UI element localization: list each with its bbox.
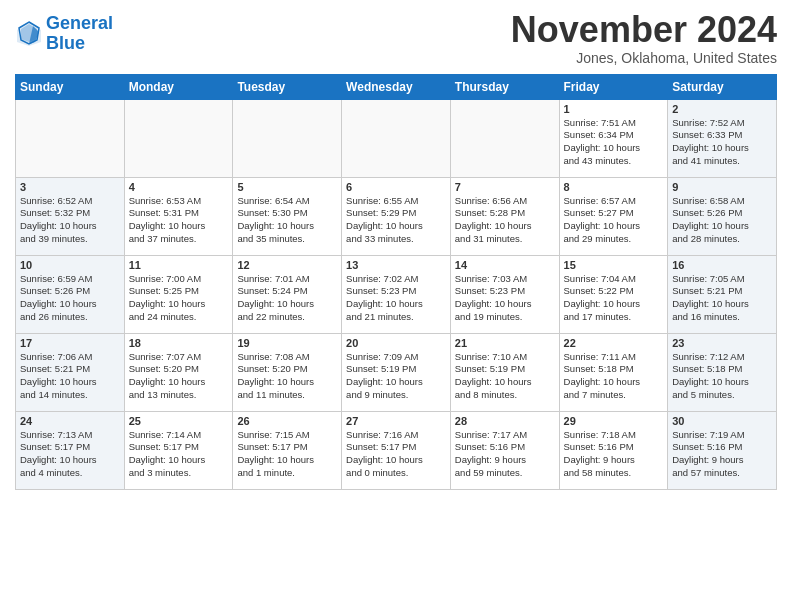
- calendar-cell: 17Sunrise: 7:06 AM Sunset: 5:21 PM Dayli…: [16, 333, 125, 411]
- calendar-cell: 7Sunrise: 6:56 AM Sunset: 5:28 PM Daylig…: [450, 177, 559, 255]
- calendar-cell: 10Sunrise: 6:59 AM Sunset: 5:26 PM Dayli…: [16, 255, 125, 333]
- weekday-header-wednesday: Wednesday: [342, 74, 451, 99]
- calendar-cell: 15Sunrise: 7:04 AM Sunset: 5:22 PM Dayli…: [559, 255, 668, 333]
- day-info: Sunrise: 7:03 AM Sunset: 5:23 PM Dayligh…: [455, 273, 555, 324]
- calendar-cell: 19Sunrise: 7:08 AM Sunset: 5:20 PM Dayli…: [233, 333, 342, 411]
- calendar-week-row: 10Sunrise: 6:59 AM Sunset: 5:26 PM Dayli…: [16, 255, 777, 333]
- weekday-header-friday: Friday: [559, 74, 668, 99]
- logo-line2: Blue: [46, 33, 85, 53]
- calendar-cell: 22Sunrise: 7:11 AM Sunset: 5:18 PM Dayli…: [559, 333, 668, 411]
- calendar-cell: 8Sunrise: 6:57 AM Sunset: 5:27 PM Daylig…: [559, 177, 668, 255]
- day-number: 1: [564, 103, 664, 115]
- calendar-week-row: 24Sunrise: 7:13 AM Sunset: 5:17 PM Dayli…: [16, 411, 777, 489]
- calendar-cell: 20Sunrise: 7:09 AM Sunset: 5:19 PM Dayli…: [342, 333, 451, 411]
- calendar-cell: [124, 99, 233, 177]
- calendar-cell: [233, 99, 342, 177]
- calendar-cell: 25Sunrise: 7:14 AM Sunset: 5:17 PM Dayli…: [124, 411, 233, 489]
- calendar-cell: 16Sunrise: 7:05 AM Sunset: 5:21 PM Dayli…: [668, 255, 777, 333]
- calendar-cell: 1Sunrise: 7:51 AM Sunset: 6:34 PM Daylig…: [559, 99, 668, 177]
- calendar-cell: 24Sunrise: 7:13 AM Sunset: 5:17 PM Dayli…: [16, 411, 125, 489]
- day-number: 2: [672, 103, 772, 115]
- calendar-cell: 14Sunrise: 7:03 AM Sunset: 5:23 PM Dayli…: [450, 255, 559, 333]
- calendar-week-row: 17Sunrise: 7:06 AM Sunset: 5:21 PM Dayli…: [16, 333, 777, 411]
- day-info: Sunrise: 6:56 AM Sunset: 5:28 PM Dayligh…: [455, 195, 555, 246]
- day-info: Sunrise: 6:54 AM Sunset: 5:30 PM Dayligh…: [237, 195, 337, 246]
- logo: General Blue: [15, 14, 113, 54]
- month-title: November 2024: [511, 10, 777, 50]
- weekday-header-thursday: Thursday: [450, 74, 559, 99]
- day-number: 22: [564, 337, 664, 349]
- day-info: Sunrise: 7:18 AM Sunset: 5:16 PM Dayligh…: [564, 429, 664, 480]
- title-block: November 2024 Jones, Oklahoma, United St…: [511, 10, 777, 66]
- day-number: 13: [346, 259, 446, 271]
- weekday-header-saturday: Saturday: [668, 74, 777, 99]
- calendar-header: SundayMondayTuesdayWednesdayThursdayFrid…: [16, 74, 777, 99]
- day-number: 26: [237, 415, 337, 427]
- calendar-cell: 30Sunrise: 7:19 AM Sunset: 5:16 PM Dayli…: [668, 411, 777, 489]
- day-info: Sunrise: 7:12 AM Sunset: 5:18 PM Dayligh…: [672, 351, 772, 402]
- day-number: 19: [237, 337, 337, 349]
- calendar-table: SundayMondayTuesdayWednesdayThursdayFrid…: [15, 74, 777, 490]
- location: Jones, Oklahoma, United States: [511, 50, 777, 66]
- calendar-cell: 11Sunrise: 7:00 AM Sunset: 5:25 PM Dayli…: [124, 255, 233, 333]
- day-number: 10: [20, 259, 120, 271]
- calendar-cell: 3Sunrise: 6:52 AM Sunset: 5:32 PM Daylig…: [16, 177, 125, 255]
- calendar-cell: 4Sunrise: 6:53 AM Sunset: 5:31 PM Daylig…: [124, 177, 233, 255]
- day-number: 27: [346, 415, 446, 427]
- calendar-cell: 27Sunrise: 7:16 AM Sunset: 5:17 PM Dayli…: [342, 411, 451, 489]
- day-number: 30: [672, 415, 772, 427]
- day-number: 24: [20, 415, 120, 427]
- day-number: 3: [20, 181, 120, 193]
- calendar-cell: 23Sunrise: 7:12 AM Sunset: 5:18 PM Dayli…: [668, 333, 777, 411]
- day-info: Sunrise: 6:52 AM Sunset: 5:32 PM Dayligh…: [20, 195, 120, 246]
- day-info: Sunrise: 7:04 AM Sunset: 5:22 PM Dayligh…: [564, 273, 664, 324]
- day-number: 16: [672, 259, 772, 271]
- day-number: 17: [20, 337, 120, 349]
- day-info: Sunrise: 7:05 AM Sunset: 5:21 PM Dayligh…: [672, 273, 772, 324]
- page-container: General Blue November 2024 Jones, Oklaho…: [0, 0, 792, 495]
- day-number: 9: [672, 181, 772, 193]
- day-number: 18: [129, 337, 229, 349]
- day-info: Sunrise: 7:15 AM Sunset: 5:17 PM Dayligh…: [237, 429, 337, 480]
- day-info: Sunrise: 7:17 AM Sunset: 5:16 PM Dayligh…: [455, 429, 555, 480]
- day-number: 7: [455, 181, 555, 193]
- calendar-cell: [450, 99, 559, 177]
- day-info: Sunrise: 7:52 AM Sunset: 6:33 PM Dayligh…: [672, 117, 772, 168]
- day-info: Sunrise: 7:02 AM Sunset: 5:23 PM Dayligh…: [346, 273, 446, 324]
- calendar-cell: 9Sunrise: 6:58 AM Sunset: 5:26 PM Daylig…: [668, 177, 777, 255]
- day-info: Sunrise: 7:19 AM Sunset: 5:16 PM Dayligh…: [672, 429, 772, 480]
- calendar-cell: 6Sunrise: 6:55 AM Sunset: 5:29 PM Daylig…: [342, 177, 451, 255]
- day-number: 14: [455, 259, 555, 271]
- logo-line1: General: [46, 13, 113, 33]
- calendar-cell: 26Sunrise: 7:15 AM Sunset: 5:17 PM Dayli…: [233, 411, 342, 489]
- day-number: 11: [129, 259, 229, 271]
- weekday-header-sunday: Sunday: [16, 74, 125, 99]
- weekday-header-monday: Monday: [124, 74, 233, 99]
- calendar-cell: [342, 99, 451, 177]
- calendar-cell: 2Sunrise: 7:52 AM Sunset: 6:33 PM Daylig…: [668, 99, 777, 177]
- day-number: 12: [237, 259, 337, 271]
- day-number: 25: [129, 415, 229, 427]
- calendar-week-row: 1Sunrise: 7:51 AM Sunset: 6:34 PM Daylig…: [16, 99, 777, 177]
- day-number: 21: [455, 337, 555, 349]
- day-info: Sunrise: 7:14 AM Sunset: 5:17 PM Dayligh…: [129, 429, 229, 480]
- calendar-cell: 18Sunrise: 7:07 AM Sunset: 5:20 PM Dayli…: [124, 333, 233, 411]
- calendar-cell: 13Sunrise: 7:02 AM Sunset: 5:23 PM Dayli…: [342, 255, 451, 333]
- calendar-cell: 5Sunrise: 6:54 AM Sunset: 5:30 PM Daylig…: [233, 177, 342, 255]
- day-number: 6: [346, 181, 446, 193]
- logo-icon: [15, 20, 43, 48]
- day-info: Sunrise: 6:59 AM Sunset: 5:26 PM Dayligh…: [20, 273, 120, 324]
- day-info: Sunrise: 7:16 AM Sunset: 5:17 PM Dayligh…: [346, 429, 446, 480]
- day-info: Sunrise: 7:13 AM Sunset: 5:17 PM Dayligh…: [20, 429, 120, 480]
- calendar-cell: 12Sunrise: 7:01 AM Sunset: 5:24 PM Dayli…: [233, 255, 342, 333]
- day-info: Sunrise: 7:09 AM Sunset: 5:19 PM Dayligh…: [346, 351, 446, 402]
- day-info: Sunrise: 6:55 AM Sunset: 5:29 PM Dayligh…: [346, 195, 446, 246]
- day-number: 29: [564, 415, 664, 427]
- page-header: General Blue November 2024 Jones, Oklaho…: [15, 10, 777, 66]
- day-number: 5: [237, 181, 337, 193]
- day-info: Sunrise: 7:10 AM Sunset: 5:19 PM Dayligh…: [455, 351, 555, 402]
- calendar-cell: 21Sunrise: 7:10 AM Sunset: 5:19 PM Dayli…: [450, 333, 559, 411]
- calendar-cell: [16, 99, 125, 177]
- day-info: Sunrise: 6:57 AM Sunset: 5:27 PM Dayligh…: [564, 195, 664, 246]
- day-number: 20: [346, 337, 446, 349]
